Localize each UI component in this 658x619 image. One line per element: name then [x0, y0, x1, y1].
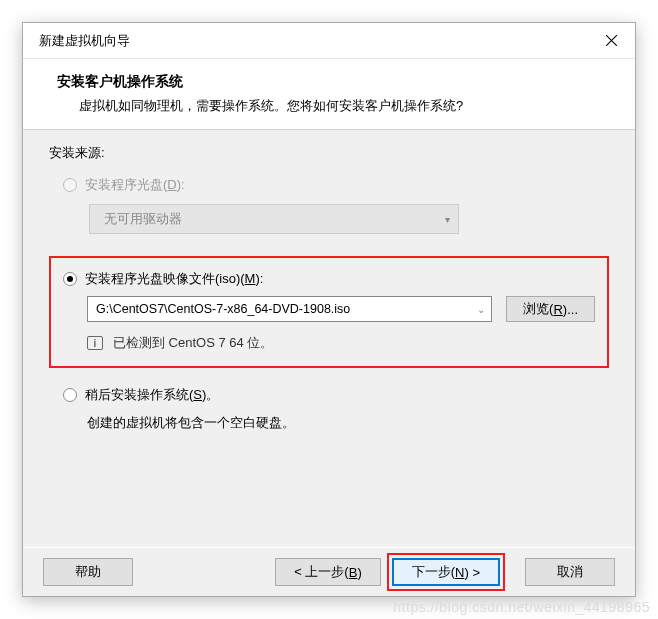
chevron-down-icon: ⌄	[477, 304, 485, 315]
radio-icon	[63, 178, 77, 192]
next-button[interactable]: 下一步(N) >	[392, 558, 500, 586]
wizard-dialog: 新建虚拟机向导 安装客户机操作系统 虚拟机如同物理机，需要操作系统。您将如何安装…	[22, 22, 636, 597]
content: 安装来源: 安装程序光盘(D): 无可用驱动器 ▾ 安装程序光盘映像文件(iso…	[23, 130, 635, 547]
iso-path-combo[interactable]: G:\CentOS7\CentOS-7-x86_64-DVD-1908.iso …	[87, 296, 492, 322]
install-source-label: 安装来源:	[49, 144, 609, 162]
radio-later[interactable]: 稍后安装操作系统(S)。	[63, 386, 609, 404]
iso-path-text: G:\CentOS7\CentOS-7-x86_64-DVD-1908.iso	[96, 302, 350, 316]
radio-disc-label: 安装程序光盘(D):	[85, 176, 185, 194]
option-iso-highlight: 安装程序光盘映像文件(iso)(M): G:\CentOS7\CentOS-7-…	[49, 256, 609, 368]
back-button[interactable]: < 上一步(B)	[275, 558, 381, 586]
close-button[interactable]	[597, 31, 625, 51]
option-later-desc: 创建的虚拟机将包含一个空白硬盘。	[87, 414, 609, 432]
info-icon: i	[87, 336, 103, 350]
option-later: 稍后安装操作系统(S)。 创建的虚拟机将包含一个空白硬盘。	[49, 386, 609, 432]
detection-text: 已检测到 CentOS 7 64 位。	[113, 334, 273, 352]
radio-disc[interactable]: 安装程序光盘(D):	[63, 176, 609, 194]
radio-iso-label: 安装程序光盘映像文件(iso)(M):	[85, 270, 263, 288]
option-disc: 安装程序光盘(D): 无可用驱动器 ▾	[49, 176, 609, 234]
header: 安装客户机操作系统 虚拟机如同物理机，需要操作系统。您将如何安装客户机操作系统?	[23, 59, 635, 130]
footer: 帮助 < 上一步(B) 下一步(N) > 取消	[23, 548, 635, 596]
radio-iso[interactable]: 安装程序光盘映像文件(iso)(M):	[63, 270, 595, 288]
browse-button[interactable]: 浏览(R)...	[506, 296, 595, 322]
radio-icon	[63, 272, 77, 286]
iso-row: G:\CentOS7\CentOS-7-x86_64-DVD-1908.iso …	[87, 296, 595, 322]
radio-later-label: 稍后安装操作系统(S)。	[85, 386, 219, 404]
watermark: https://blog.csdn.net/weixin_44198965	[393, 599, 650, 615]
header-desc: 虚拟机如同物理机，需要操作系统。您将如何安装客户机操作系统?	[57, 97, 611, 115]
dialog-title: 新建虚拟机向导	[39, 32, 130, 50]
drive-dropdown-text: 无可用驱动器	[104, 210, 182, 228]
header-title: 安装客户机操作系统	[57, 73, 611, 91]
titlebar: 新建虚拟机向导	[23, 23, 635, 59]
chevron-down-icon: ▾	[445, 214, 450, 225]
radio-icon	[63, 388, 77, 402]
cancel-button[interactable]: 取消	[525, 558, 615, 586]
next-highlight: 下一步(N) >	[387, 553, 505, 591]
help-button[interactable]: 帮助	[43, 558, 133, 586]
detection-status: i 已检测到 CentOS 7 64 位。	[87, 334, 595, 352]
drive-dropdown: 无可用驱动器 ▾	[89, 204, 459, 234]
close-icon	[606, 35, 617, 46]
